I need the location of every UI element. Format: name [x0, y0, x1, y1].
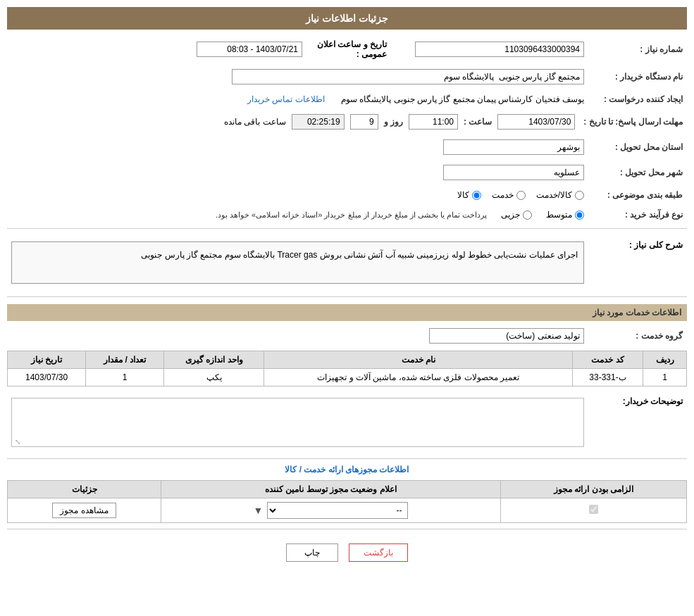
col-tedad: تعداد / مقدار [86, 351, 164, 369]
resize-handle[interactable]: ⤡ [13, 438, 20, 445]
mohlat-saat-input[interactable] [409, 114, 458, 130]
roz-label: روز و [384, 117, 403, 127]
header-title: جزئیات اطلاعات نیاز [306, 13, 388, 24]
radio-kala-khedmat[interactable]: کالا/خدمت [536, 190, 584, 200]
tarikh-saat-label: تاریخ و ساعت اعلان عمومی : [306, 37, 391, 62]
radio-kala[interactable]: کالا [457, 190, 481, 200]
ijad-konande-label: ایجاد کننده درخواست : [588, 92, 687, 107]
radio-khedmat[interactable]: خدمت [492, 190, 526, 200]
radio-jozii[interactable]: جزیی [501, 210, 532, 220]
cell-nam: تعمیر محصولات فلزی ساخته شده، ماشین آلات… [264, 369, 573, 386]
mohlat-baghimande-input [292, 114, 345, 130]
col-joziyat: جزئیات [8, 481, 161, 498]
saat-label: ساعت : [464, 117, 492, 127]
dropdown-arrow: ▼ [254, 505, 264, 516]
grohe-khedmat-input[interactable] [429, 328, 584, 344]
mojawezha-link[interactable]: اطلاعات مجوزهای ارائه خدمت / کالا [7, 465, 687, 474]
shahr-input[interactable] [443, 165, 584, 180]
cell-kod: ب-331-33 [573, 369, 643, 386]
col-kod: کد خدمت [573, 351, 643, 369]
permit-row: -- ▼ مشاهده مجوز [8, 498, 687, 523]
ostan-label: استان محل تحویل : [588, 137, 687, 158]
shahr-label: شهر محل تحویل : [588, 162, 687, 183]
col-nam: نام خدمت [264, 351, 573, 369]
elzami-checkbox [589, 505, 598, 514]
tarikh-saat-input[interactable] [197, 42, 302, 57]
tawzih-box: ⤡ [11, 398, 584, 447]
col-tarikh: تاریخ نیاز [8, 351, 86, 369]
permits-table: الزامی بودن ارائه مجوز اعلام وضعیت مجوز … [7, 480, 687, 523]
elzami-cell [500, 498, 686, 523]
col-elzami: الزامی بودن ارائه مجوز [500, 481, 686, 498]
grohe-khedmat-label: گروه خدمت : [588, 325, 687, 346]
cell-vahed: یکپ [164, 369, 264, 386]
radio-motavaset[interactable]: متوسط [546, 210, 584, 220]
cell-tedad: 1 [86, 369, 164, 386]
joziyat-cell: مشاهده مجوز [8, 498, 161, 523]
mohlat-label: مهلت ارسال پاسخ: تا تاریخ : [579, 111, 687, 132]
shomare-niaz-label: شماره نیاز : [588, 37, 687, 62]
bottom-buttons: بازگشت چاپ [7, 543, 687, 562]
view-permit-button[interactable]: مشاهده مجوز [52, 503, 116, 518]
print-button[interactable]: چاپ [286, 543, 338, 562]
ostan-input[interactable] [443, 139, 584, 155]
khadamat-table: ردیف کد خدمت نام خدمت واحد اندازه گیری ت… [7, 351, 687, 386]
col-eelam: اعلام وضعیت مجوز توسط نامین کننده [161, 481, 500, 498]
table-row: 1 ب-331-33 تعمیر محصولات فلزی ساخته شده،… [8, 369, 687, 386]
tabaqe-bandi-label: طبقه بندی موضوعی : [588, 187, 687, 203]
sharh-label: شرح کلی نیاز : [588, 234, 687, 291]
process-note: پرداخت تمام یا بخشی از مبلغ خریدار از مب… [216, 210, 487, 220]
mohlat-date-input[interactable] [497, 114, 575, 130]
mohlat-roz-input[interactable] [350, 114, 378, 130]
sharh-text: اجرای عملیات نشت‌یابی خطوط لوله زیرزمینی… [11, 241, 584, 284]
etelaaat-tamas-link[interactable]: اطلاعات تماس خریدار [247, 94, 325, 104]
col-vahed: واحد اندازه گیری [164, 351, 264, 369]
back-button[interactable]: بازگشت [349, 543, 408, 562]
nam-dastgah-input[interactable] [232, 69, 584, 84]
cell-tarikh: 1403/07/30 [8, 369, 86, 386]
tawzih-label: توضیحات خریدار: [588, 392, 687, 453]
tawzih-inner [12, 398, 583, 441]
noe-farayand-label: نوع فرآیند خرید : [588, 207, 687, 222]
baghimande-label: ساعت باقی مانده [224, 117, 286, 127]
page-header: جزئیات اطلاعات نیاز [7, 7, 687, 30]
nam-dastgah-label: نام دستگاه خریدار : [588, 66, 687, 87]
ijad-konande-value: یوسف فتحیان کارشناس پیمان مجتمع گاز پارس… [341, 94, 584, 104]
shomare-niaz-input[interactable] [415, 42, 584, 57]
col-radif: ردیف [643, 351, 687, 369]
eelam-select[interactable]: -- [267, 502, 408, 519]
khadamat-section-title: اطلاعات خدمات مورد نیاز [7, 304, 687, 321]
eelam-cell: -- ▼ [161, 498, 500, 523]
cell-radif: 1 [643, 369, 687, 386]
